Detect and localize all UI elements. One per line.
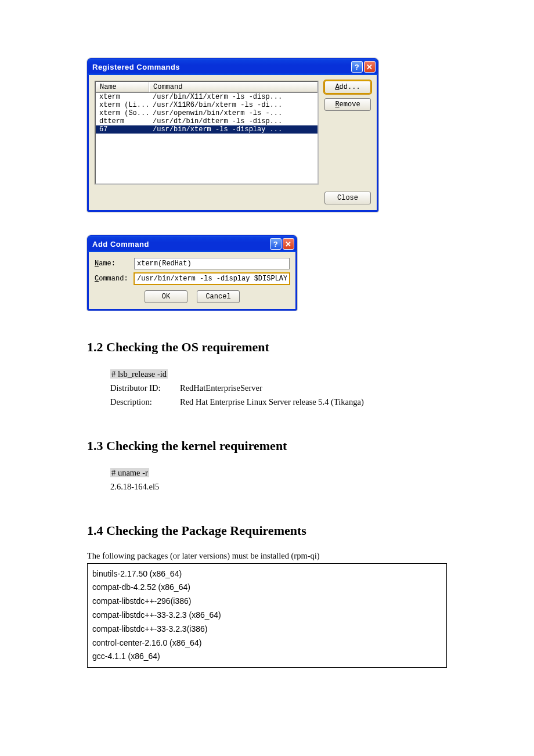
window-title: Registered Commands <box>92 63 180 71</box>
cell-command: /usr/dt/bin/dtterm -ls -disp... <box>149 117 317 125</box>
titlebar[interactable]: Add Command ? ✕ <box>88 236 297 252</box>
package-list: binutils-2.17.50 (x86_64)compat-db-4.2.5… <box>87 563 447 668</box>
name-field[interactable] <box>134 258 290 269</box>
package-item: control-center-2.16.0 (x86_64) <box>92 636 442 650</box>
command-label: Command: <box>95 275 129 283</box>
cell-command: /usr/bin/xterm -ls -display ... <box>149 125 317 134</box>
window-title: Add Command <box>92 240 149 249</box>
output-key: Description: <box>110 395 180 409</box>
commands-listbox[interactable]: Name Command xterm/usr/bin/X11/xterm -ls… <box>95 81 319 185</box>
cell-command: /usr/bin/X11/xterm -ls -disp... <box>149 93 317 101</box>
command-field[interactable] <box>134 273 290 285</box>
help-icon[interactable]: ? <box>270 238 282 250</box>
code-block: # uname -r 2.6.18-164.el5 <box>110 466 447 494</box>
intro-text: The following packages (or later version… <box>87 551 447 561</box>
ok-button[interactable]: OK <box>145 290 187 303</box>
cell-command: /usr/openwin/bin/xterm -ls -... <box>149 109 317 117</box>
cell-name: xterm (Li... <box>96 101 149 109</box>
list-header: Name Command <box>96 82 317 93</box>
remove-button[interactable]: Remove <box>324 98 371 111</box>
titlebar[interactable]: Registered Commands ? ✕ <box>88 59 378 75</box>
output-val: RedHatEnterpriseServer <box>180 381 262 395</box>
command-text: # lsb_release -id <box>110 369 168 379</box>
name-label: Name: <box>95 260 129 268</box>
add-button[interactable]: Add... <box>324 81 371 93</box>
list-row[interactable]: xterm (Li.../usr/X11R6/bin/xterm -ls -di… <box>96 101 317 109</box>
list-row[interactable]: xterm (So.../usr/openwin/bin/xterm -ls -… <box>96 109 317 117</box>
cell-command: /usr/X11R6/bin/xterm -ls -di... <box>149 101 317 109</box>
code-block: # lsb_release -id Distributor ID: RedHat… <box>110 368 447 409</box>
section-heading: 1.2 Checking the OS requirement <box>87 340 447 355</box>
output-key: Distributor ID: <box>110 381 180 395</box>
section-heading: 1.4 Checking the Package Requirements <box>87 523 447 538</box>
cancel-button[interactable]: Cancel <box>197 290 240 303</box>
registered-commands-dialog: Registered Commands ? ✕ Name Command xte… <box>87 58 378 212</box>
package-item: compat-libstdc++-33-3.2.3(i386) <box>92 622 442 636</box>
add-command-dialog: Add Command ? ✕ Name: Command: OK Cancel <box>87 235 297 311</box>
list-row[interactable]: 67/usr/bin/xterm -ls -display ... <box>96 125 317 134</box>
close-icon[interactable]: ✕ <box>364 61 376 73</box>
list-row[interactable]: dtterm/usr/dt/bin/dtterm -ls -disp... <box>96 117 317 125</box>
cell-name: dtterm <box>96 117 149 125</box>
command-text: # uname -r <box>110 468 149 477</box>
cell-name: xterm <box>96 93 149 101</box>
cell-name: xterm (So... <box>96 109 149 117</box>
cell-name: 67 <box>96 125 149 134</box>
list-row[interactable]: xterm/usr/bin/X11/xterm -ls -disp... <box>96 93 317 101</box>
package-item: binutils-2.17.50 (x86_64) <box>92 567 442 581</box>
close-icon[interactable]: ✕ <box>283 238 294 250</box>
package-item: compat-libstdc++-296(i386) <box>92 595 442 609</box>
help-icon[interactable]: ? <box>351 61 363 73</box>
package-item: compat-libstdc++-33-3.2.3 (x86_64) <box>92 609 442 622</box>
close-button[interactable]: Close <box>324 192 371 204</box>
section-heading: 1.3 Checking the kernel requirement <box>87 438 447 453</box>
output-text: 2.6.18-164.el5 <box>110 480 447 494</box>
col-header-name[interactable]: Name <box>96 82 149 92</box>
col-header-command[interactable]: Command <box>149 82 317 92</box>
package-item: compat-db-4.2.52 (x86_64) <box>92 581 442 595</box>
output-val: Red Hat Enterprise Linux Server release … <box>180 395 364 409</box>
package-item: gcc-4.1.1 (x86_64) <box>92 650 442 664</box>
